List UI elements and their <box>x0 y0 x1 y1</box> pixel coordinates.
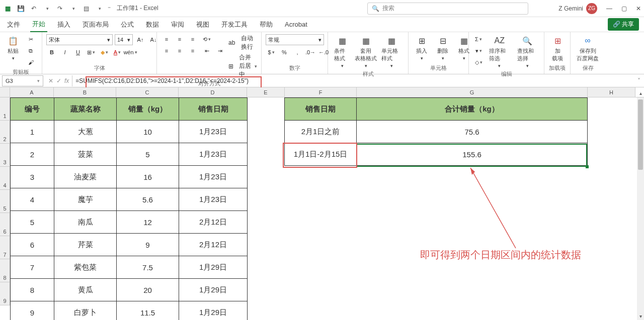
col-H[interactable]: H <box>588 87 635 97</box>
undo-icon[interactable]: ↶ <box>29 4 38 13</box>
cell-styles-button[interactable]: ▦单元格样式▾ <box>379 34 404 69</box>
worksheet[interactable]: A B C D E F G H 1 2 3 4 5 6 7 8 9 编号 蔬菜名… <box>0 87 644 320</box>
tab-review[interactable]: 审阅 <box>169 18 186 32</box>
tab-layout[interactable]: 页面布局 <box>80 18 111 32</box>
select-all-corner[interactable] <box>0 87 10 97</box>
currency-icon[interactable]: $ <box>266 47 277 57</box>
col-D[interactable]: D <box>179 87 247 97</box>
col-A[interactable]: A <box>10 87 54 97</box>
phonetic-button[interactable]: wén <box>125 47 136 57</box>
fx-icon[interactable]: fx <box>64 77 69 84</box>
col-C[interactable]: C <box>116 87 179 97</box>
font-name-select[interactable]: 宋体▾ <box>46 34 113 45</box>
wrap-text-button[interactable]: ab 自动换行 <box>228 34 257 51</box>
fill-color-button[interactable]: ◆ <box>99 47 110 57</box>
copy-icon[interactable]: ⧉ <box>25 46 36 56</box>
italic-button[interactable]: I <box>59 47 70 57</box>
maximize-icon[interactable]: ▢ <box>621 5 627 12</box>
col-B[interactable]: B <box>54 87 116 97</box>
col-F[interactable]: F <box>285 87 357 97</box>
increase-font-icon[interactable]: A↑ <box>135 35 146 45</box>
align-top-icon[interactable]: ≡ <box>161 34 172 44</box>
fill-icon[interactable]: ▾ <box>473 46 484 56</box>
th-sum-date[interactable]: 销售日期 <box>285 98 357 121</box>
quick-access-icon[interactable]: ▤ <box>82 4 91 13</box>
align-middle-icon[interactable]: ≡ <box>174 34 185 44</box>
indent-decrease-icon[interactable]: ⇤ <box>201 46 212 56</box>
clear-icon[interactable]: ◇ <box>473 57 484 67</box>
row-6[interactable]: 6 <box>0 213 10 236</box>
increase-decimal-icon[interactable]: .0→ <box>305 47 316 57</box>
tab-formulas[interactable]: 公式 <box>119 18 136 32</box>
addins-button[interactable]: ⊞加 载项 <box>548 34 567 63</box>
tab-view[interactable]: 视图 <box>194 18 211 32</box>
conditional-format-button[interactable]: ▦条件格式▾ <box>332 34 353 69</box>
tab-file[interactable]: 文件 <box>5 18 22 32</box>
row-3[interactable]: 3 <box>0 144 10 167</box>
qat-customize[interactable] <box>95 4 104 13</box>
row-7[interactable]: 7 <box>0 236 10 259</box>
data-table-summary[interactable]: 销售日期 合计销量（kg） 2月1日之前75.6 1月1日-2月15日155.6 <box>284 97 588 166</box>
col-G[interactable]: G <box>357 87 588 97</box>
undo-dropdown[interactable] <box>42 4 51 13</box>
formula-input[interactable]: =SUMIFS(C2:C16,D2:D16,">=2024-1-1",D2:D1… <box>72 75 634 86</box>
th-sum-qty[interactable]: 合计销量（kg） <box>357 98 588 121</box>
enter-formula-icon[interactable]: ✓ <box>56 77 61 84</box>
sort-filter-button[interactable]: AZ排序和筛选▾ <box>487 34 512 69</box>
align-center-icon[interactable]: ≡ <box>174 46 185 56</box>
redo-icon[interactable]: ↷ <box>55 4 64 13</box>
tab-insert[interactable]: 插入 <box>55 18 72 32</box>
tab-acrobat[interactable]: Acrobat <box>283 18 309 31</box>
th-date[interactable]: 销售日期 <box>179 98 248 121</box>
tab-developer[interactable]: 开发工具 <box>219 18 250 32</box>
th-id[interactable]: 编号 <box>11 98 54 121</box>
orientation-icon[interactable]: ⟲ <box>201 34 212 44</box>
share-button[interactable]: 🔗 共享 <box>608 18 639 31</box>
baidu-save-button[interactable]: ∞保存到 百度网盘 <box>575 34 601 63</box>
row-2[interactable]: 2 <box>0 121 10 144</box>
percent-icon[interactable]: % <box>279 47 290 57</box>
number-format-select[interactable]: 常规▾ <box>266 34 324 45</box>
th-name[interactable]: 蔬菜名称 <box>54 98 117 121</box>
vertical-scrollbar[interactable]: ▴ ▾ <box>637 97 644 320</box>
row-8[interactable]: 8 <box>0 259 10 282</box>
search-box[interactable]: 🔍 搜索 <box>367 3 528 15</box>
th-qty[interactable]: 销量（kg） <box>117 98 179 121</box>
align-right-icon[interactable]: ≡ <box>187 46 198 56</box>
format-painter-icon[interactable]: 🖌 <box>25 57 36 67</box>
col-E[interactable]: E <box>247 87 285 97</box>
user-account[interactable]: Z Gemini ZG <box>558 3 597 14</box>
row-9[interactable]: 9 <box>0 282 10 305</box>
find-select-button[interactable]: 🔍查找和选择▾ <box>515 34 540 69</box>
row-5[interactable]: 5 <box>0 190 10 213</box>
paste-button[interactable]: 📋 粘贴 ▾ <box>4 34 22 62</box>
cancel-formula-icon[interactable]: ✕ <box>48 77 53 84</box>
format-table-button[interactable]: ▦套用 表格格式▾ <box>356 34 376 69</box>
decrease-decimal-icon[interactable]: ←.0 <box>318 47 329 57</box>
tab-home[interactable]: 开始 <box>30 17 47 32</box>
comma-icon[interactable]: , <box>292 47 303 57</box>
font-size-select[interactable]: 14▾ <box>115 34 133 45</box>
close-icon[interactable]: ✕ <box>636 5 641 12</box>
delete-cells-button[interactable]: ⊟删除▾ <box>434 34 452 62</box>
border-button[interactable]: ⊞ <box>86 47 97 57</box>
cut-icon[interactable]: ✂ <box>25 34 36 44</box>
align-bottom-icon[interactable]: ≡ <box>187 34 198 44</box>
font-color-button[interactable]: A <box>112 47 123 57</box>
expand-formula-icon[interactable]: ˅ <box>634 77 644 84</box>
insert-cells-button[interactable]: ⊞插入▾ <box>413 34 431 62</box>
autosum-icon[interactable]: Σ <box>473 34 484 44</box>
row-4[interactable]: 4 <box>0 167 10 190</box>
minimize-icon[interactable]: — <box>606 5 612 12</box>
data-table-main[interactable]: 编号 蔬菜名称 销量（kg） 销售日期 1大葱101月23日 2菠菜51月23日… <box>10 97 248 320</box>
redo-dropdown[interactable] <box>68 4 77 13</box>
fill-handle[interactable] <box>586 165 589 168</box>
align-left-icon[interactable]: ≡ <box>161 46 172 56</box>
underline-button[interactable]: U <box>72 47 84 57</box>
name-box[interactable]: G3▾ <box>2 75 43 86</box>
scrollbar-thumb[interactable] <box>638 99 643 170</box>
bold-button[interactable]: B <box>46 47 57 57</box>
row-1[interactable]: 1 <box>0 97 10 121</box>
tab-help[interactable]: 帮助 <box>258 18 275 32</box>
tab-data[interactable]: 数据 <box>144 18 161 32</box>
